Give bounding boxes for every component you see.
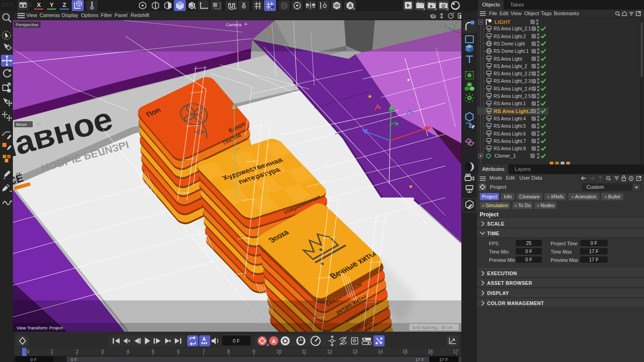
svg-text:2: 2 (76, 349, 79, 354)
svg-text:RS Area Light.7: RS Area Light.7 (494, 139, 526, 144)
svg-text:A: A (349, 3, 352, 8)
svg-text:3: 3 (101, 349, 104, 354)
svg-text:16: 16 (428, 349, 433, 354)
svg-text:0 F: 0 F (30, 357, 37, 362)
svg-text:RS Area Light_2.3: RS Area Light_2.3 (494, 79, 531, 84)
svg-text:RS Dome Light: RS Dome Light (494, 41, 525, 46)
svg-text:Camera: Camera (226, 22, 242, 27)
svg-text:17 F: 17 F (439, 357, 448, 362)
svg-text:1: 1 (51, 349, 53, 354)
svg-text:Perspective: Perspective (16, 22, 39, 27)
svg-text:11: 11 (302, 349, 307, 354)
svg-text:RS Area Light: RS Area Light (494, 57, 522, 62)
svg-text:10: 10 (276, 349, 282, 354)
svg-text:0 F: 0 F (71, 357, 77, 362)
svg-text:Grid Spacing : 50 cm: Grid Spacing : 50 cm (412, 325, 453, 330)
svg-text:7: 7 (202, 349, 205, 354)
svg-text:15: 15 (402, 349, 408, 354)
svg-text:RS Area Light.1: RS Area Light.1 (494, 101, 526, 106)
svg-text:LIGHT: LIGHT (494, 19, 511, 25)
svg-text:17 F: 17 F (415, 357, 424, 362)
svg-text:RS Area Light.5: RS Area Light.5 (494, 124, 526, 129)
svg-text:A: A (272, 339, 276, 344)
svg-text:RS Area Light.6: RS Area Light.6 (494, 131, 526, 136)
svg-text:12: 12 (327, 349, 333, 354)
svg-text:6: 6 (177, 349, 180, 354)
svg-text:9: 9 (253, 349, 255, 354)
svg-text:RS Area Light.3: RS Area Light.3 (494, 108, 533, 114)
svg-text:14: 14 (378, 349, 383, 354)
svg-text:8: 8 (227, 349, 230, 354)
svg-text:X: X (37, 1, 41, 8)
svg-text:13: 13 (352, 349, 358, 354)
svg-text:RS Area Light_2.4: RS Area Light_2.4 (494, 86, 531, 91)
svg-text:Z: Z (63, 1, 66, 8)
svg-text:0 F: 0 F (233, 338, 240, 344)
svg-text:RS Area Light_2.2: RS Area Light_2.2 (494, 71, 531, 76)
svg-text:Cloner_1: Cloner_1 (494, 153, 516, 158)
svg-text:17: 17 (453, 349, 459, 354)
svg-text:Move: Move (16, 122, 27, 127)
svg-text:RS Area Light_2.5: RS Area Light_2.5 (494, 94, 531, 99)
svg-text:RS Area Light_2.1: RS Area Light_2.1 (494, 26, 531, 31)
svg-text:4: 4 (126, 349, 129, 354)
svg-text:View Transform: Project: View Transform: Project (17, 325, 63, 330)
svg-text:0: 0 (27, 349, 29, 354)
svg-text:Y: Y (50, 1, 54, 8)
svg-text:RS Area Light.2: RS Area Light.2 (494, 34, 526, 39)
svg-text:RS Area Light.4: RS Area Light.4 (494, 116, 526, 121)
svg-text:A: A (202, 337, 206, 342)
svg-text:RS Area Light_2: RS Area Light_2 (494, 64, 527, 69)
svg-text:RS Dome Light.1: RS Dome Light.1 (494, 49, 529, 54)
svg-text:5: 5 (152, 349, 155, 354)
svg-text:RS Area Light.8: RS Area Light.8 (494, 146, 526, 151)
